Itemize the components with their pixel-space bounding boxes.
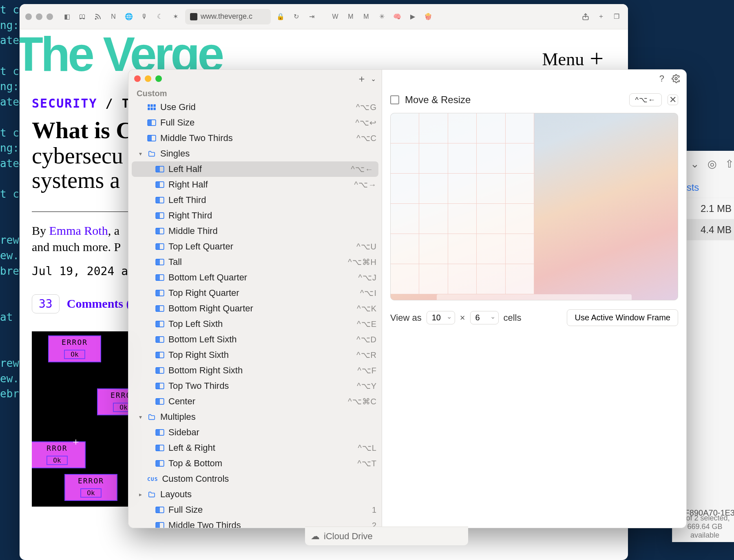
extensions-icon-1[interactable]: 🎙 bbox=[139, 11, 150, 22]
url-bar[interactable]: www.theverge.c bbox=[185, 9, 271, 24]
reader-icon[interactable]: ⇥ bbox=[306, 11, 317, 22]
dock-preview bbox=[437, 294, 632, 300]
use-active-window-button[interactable]: Use Active Window Frame bbox=[567, 309, 678, 326]
tab-icon-popcorn[interactable]: 🍿 bbox=[422, 11, 434, 22]
sidebar-icon[interactable]: ◧ bbox=[61, 11, 73, 22]
layout-icon bbox=[155, 321, 164, 327]
layouts-item[interactable]: Full Size1 bbox=[128, 502, 382, 518]
maximize-icon[interactable] bbox=[155, 75, 162, 82]
rows-select[interactable] bbox=[470, 311, 499, 324]
tab-icon-pinwheel[interactable]: ✳︎ bbox=[376, 11, 387, 22]
singles-item[interactable]: Top Two Thirds^⌥Y bbox=[128, 378, 382, 394]
traffic-lights[interactable] bbox=[25, 13, 53, 20]
safari-titlebar: ◧ 🕮 N 🌐 🎙 ☾ ✶ www.theverge.c 🔒 ↻ ⇥ W M M… bbox=[20, 4, 628, 29]
item-shortcut: ^⌥↩ bbox=[356, 118, 377, 128]
item-shortcut: ^⌥U bbox=[356, 242, 377, 251]
multiples-item[interactable]: Left & Right^⌥L bbox=[128, 440, 382, 456]
menu-button[interactable]: Menu + bbox=[542, 49, 604, 70]
folder-layouts[interactable]: ▸Layouts bbox=[128, 487, 382, 502]
reading-list-icon[interactable]: 🕮 bbox=[77, 11, 88, 22]
item-label: Left & Right bbox=[168, 443, 354, 453]
singles-item[interactable]: Top Left Quarter^⌥U bbox=[128, 239, 382, 254]
tab-icon-brain[interactable]: 🧠 bbox=[391, 11, 403, 22]
item-shortcut: ^⌥G bbox=[356, 102, 377, 112]
tabs-overview-icon[interactable]: ❐ bbox=[611, 11, 622, 22]
extensions-icon-2[interactable]: ☾ bbox=[154, 11, 166, 22]
disclosure-icon[interactable]: ▾ bbox=[137, 150, 143, 157]
help-button[interactable]: ? bbox=[659, 73, 664, 84]
singles-item[interactable]: Top Right Quarter^⌥I bbox=[128, 285, 382, 301]
comments-count[interactable]: 33 bbox=[32, 294, 60, 313]
notion-icon[interactable]: N bbox=[108, 11, 119, 22]
singles-item[interactable]: Right Half^⌥→ bbox=[128, 177, 382, 192]
singles-item[interactable]: Right Third bbox=[128, 208, 382, 223]
singles-item[interactable]: Left Half^⌥← bbox=[132, 161, 378, 177]
cols-select[interactable] bbox=[427, 311, 455, 324]
custom-controls-item[interactable]: CUSCustom Controls bbox=[128, 471, 382, 487]
new-tab-icon[interactable]: ＋ bbox=[595, 11, 607, 22]
folder-multiples[interactable]: ▾Multiples bbox=[128, 409, 382, 425]
disclosure-icon[interactable]: ▸ bbox=[137, 491, 143, 498]
chevron-down-icon[interactable]: ⌄ bbox=[690, 158, 699, 170]
reload-icon[interactable]: ↻ bbox=[290, 11, 302, 22]
singles-item[interactable]: Bottom Right Sixth^⌥F bbox=[128, 363, 382, 378]
share-icon[interactable] bbox=[580, 11, 591, 22]
tag-security[interactable]: SECURITY bbox=[32, 96, 97, 110]
rect-traffic-lights[interactable] bbox=[134, 75, 162, 82]
item-label: Multiples bbox=[160, 412, 373, 422]
airdrop-icon[interactable]: ◎ bbox=[707, 158, 717, 170]
singles-item[interactable]: Top Left Sixth^⌥E bbox=[128, 316, 382, 332]
clear-shortcut-button[interactable]: ✕ bbox=[668, 95, 678, 105]
translate-icon[interactable]: 🌐 bbox=[123, 11, 135, 22]
singles-item[interactable]: Top Right Sixth^⌥R bbox=[128, 347, 382, 363]
detail-header: Move & Resize ^⌥← ✕ bbox=[382, 88, 686, 110]
singles-item[interactable]: Bottom Left Sixth^⌥D bbox=[128, 332, 382, 347]
author-link[interactable]: Emma Roth bbox=[49, 224, 108, 237]
svg-rect-3 bbox=[150, 104, 153, 107]
svg-rect-43 bbox=[156, 399, 160, 404]
singles-item[interactable]: Left Third bbox=[128, 192, 382, 208]
item-shortcut: ^⌥R bbox=[356, 350, 377, 360]
tab-icon-youtube[interactable]: ▶ bbox=[407, 11, 418, 22]
icloud-path-bar[interactable]: ☁︎ iCloud Drive bbox=[305, 527, 468, 545]
lock-icon[interactable]: 🔒 bbox=[275, 11, 286, 22]
singles-item[interactable]: Center^⌥⌘C bbox=[128, 394, 382, 409]
item-shortcut: ^⌥F bbox=[357, 366, 377, 375]
minimize-icon[interactable] bbox=[36, 13, 42, 20]
item-label: Right Third bbox=[168, 210, 373, 221]
extensions-icon-3[interactable]: ✶ bbox=[170, 11, 181, 22]
svg-rect-7 bbox=[153, 108, 155, 110]
close-icon[interactable] bbox=[134, 75, 141, 82]
layout-icon bbox=[147, 119, 156, 126]
share-icon[interactable]: ⇧ bbox=[725, 158, 734, 170]
disclosure-icon[interactable]: ▾ bbox=[137, 414, 143, 420]
minimize-icon[interactable] bbox=[145, 75, 151, 82]
custom-item[interactable]: Use Grid^⌥G bbox=[128, 99, 382, 115]
singles-item[interactable]: Bottom Right Quarter^⌥K bbox=[128, 301, 382, 316]
folder-singles[interactable]: ▾Singles bbox=[128, 146, 382, 161]
tab-icon-m2[interactable]: M bbox=[360, 11, 372, 22]
item-label: Use Grid bbox=[160, 102, 352, 112]
section-header-custom: Custom bbox=[128, 88, 382, 99]
tab-icon-m1[interactable]: M bbox=[345, 11, 356, 22]
multiples-item[interactable]: Top & Bottom^⌥T bbox=[128, 456, 382, 471]
grid-preview[interactable] bbox=[390, 113, 678, 300]
singles-item[interactable]: Tall^⌥⌘H bbox=[128, 254, 382, 270]
settings-icon[interactable] bbox=[672, 74, 681, 83]
comments-label[interactable]: Comments ( bbox=[67, 297, 130, 311]
shortcut-chip[interactable]: ^⌥← bbox=[629, 93, 662, 106]
maximize-icon[interactable] bbox=[46, 13, 53, 20]
item-label: Full Size bbox=[160, 117, 352, 128]
singles-item[interactable]: Bottom Left Quarter^⌥J bbox=[128, 270, 382, 285]
svg-rect-49 bbox=[156, 461, 160, 466]
custom-item[interactable]: Middle Two Thirds^⌥C bbox=[128, 130, 382, 146]
rss-icon[interactable] bbox=[92, 11, 104, 22]
multiples-item[interactable]: Sidebar bbox=[128, 425, 382, 440]
item-shortcut: ^⌥J bbox=[358, 273, 377, 282]
close-icon[interactable] bbox=[25, 13, 32, 20]
tab-icon-w[interactable]: W bbox=[329, 11, 341, 22]
add-button[interactable]: ＋ bbox=[357, 72, 367, 85]
dropdown-icon[interactable]: ⌄ bbox=[371, 75, 376, 83]
custom-item[interactable]: Full Size^⌥↩ bbox=[128, 115, 382, 130]
singles-item[interactable]: Middle Third bbox=[128, 223, 382, 239]
